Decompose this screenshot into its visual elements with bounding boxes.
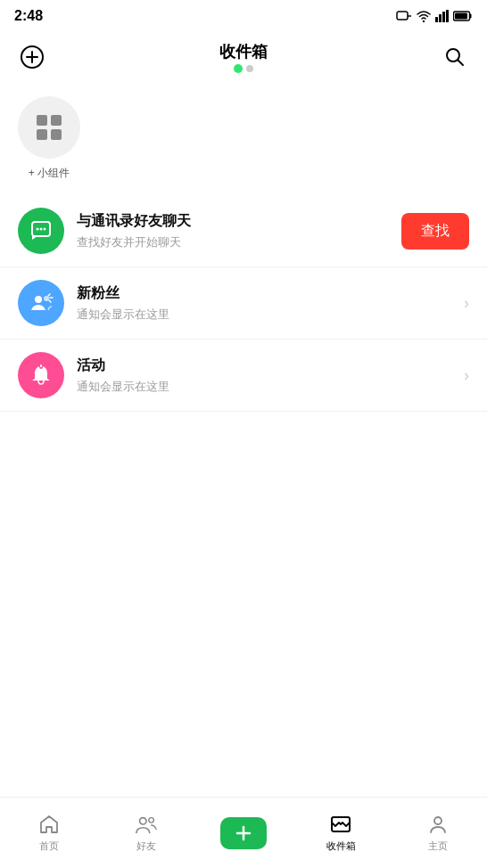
fans-icon [29,291,54,315]
svg-rect-8 [455,13,467,20]
svg-rect-14 [37,115,47,126]
fans-subtitle: 通知会显示在这里 [77,307,464,323]
fans-title: 新粉丝 [77,284,464,303]
inbox-label: 收件箱 [326,839,356,853]
list-section: 与通讯录好友聊天 查找好友并开始聊天 查找 新粉丝 通知会显示在这里 › [0,195,487,412]
contacts-title: 与通讯录好友聊天 [77,212,401,231]
bottom-nav: 首页 好友 收件箱 [0,797,487,868]
green-dot [234,64,243,73]
svg-point-20 [40,228,43,231]
contacts-text: 与通讯录好友聊天 查找好友并开始聊天 [77,212,401,250]
page-title: 收件箱 [219,41,268,62]
plus-icon [234,823,253,843]
top-nav: 收件箱 [0,32,487,82]
home-svg [38,814,60,835]
add-group-section: + 小组件 [0,82,487,195]
grid-icon [33,111,65,143]
svg-point-22 [35,296,42,303]
svg-rect-17 [51,129,62,140]
svg-point-21 [44,228,46,231]
svg-point-19 [37,228,39,231]
profile-svg [427,814,449,835]
nav-friends[interactable]: 好友 [97,813,194,853]
phone-chat-icon [29,218,54,243]
inbox-icon [329,813,352,836]
svg-rect-3 [435,17,438,22]
friends-label: 好友 [136,839,156,853]
vpn-icon [396,10,412,22]
nav-add[interactable] [194,817,292,849]
fans-icon-bg [18,280,64,326]
find-button[interactable]: 查找 [401,213,469,250]
svg-rect-15 [51,115,62,126]
home-label: 首页 [39,839,59,853]
add-button[interactable] [14,39,50,75]
svg-point-2 [423,20,425,22]
svg-line-13 [458,61,464,66]
battery-icon [453,11,473,21]
add-create-button[interactable] [220,817,267,849]
inbox-svg [330,814,351,835]
svg-point-29 [139,818,145,824]
friends-icon [135,813,158,836]
svg-rect-6 [446,10,449,22]
status-icons [396,10,473,22]
profile-label: 主页 [428,839,448,853]
status-time: 2:48 [14,8,43,24]
contacts-icon-bg [18,208,64,254]
activity-chevron: › [464,366,469,385]
list-item-contacts[interactable]: 与通讯录好友聊天 查找好友并开始聊天 查找 [0,195,487,267]
activity-icon-bg [18,352,64,398]
activity-text: 活动 通知会显示在这里 [77,356,464,395]
activity-subtitle: 通知会显示在这里 [77,379,464,395]
bell-icon [29,363,54,388]
svg-rect-28 [40,364,42,367]
status-bar: 2:48 [0,0,487,32]
nav-profile[interactable]: 主页 [390,813,487,853]
contacts-subtitle: 查找好友并开始聊天 [77,234,401,250]
online-status [234,64,253,73]
svg-point-30 [149,818,154,823]
search-button[interactable] [437,39,473,75]
svg-point-23 [44,296,49,301]
add-group-label: + 小组件 [18,166,80,181]
search-icon [444,46,466,68]
nav-home[interactable]: 首页 [0,813,97,853]
add-group-avatar[interactable] [18,96,80,159]
friends-svg [135,814,158,835]
list-item-fans[interactable]: 新粉丝 通知会显示在这里 › [0,267,487,340]
fans-text: 新粉丝 通知会显示在这里 [77,284,464,323]
home-icon [37,813,61,836]
svg-line-26 [49,300,51,302]
nav-inbox[interactable]: 收件箱 [293,813,390,853]
svg-rect-4 [439,14,442,22]
wifi-icon [416,10,432,22]
add-circle-icon [20,45,45,70]
activity-title: 活动 [77,356,464,375]
nav-title-wrap: 收件箱 [219,41,268,73]
signal-icon [435,10,450,22]
profile-icon [426,813,450,836]
svg-point-34 [434,817,442,824]
svg-rect-5 [442,12,445,22]
svg-rect-0 [397,12,408,20]
fans-chevron: › [464,294,469,313]
gray-dot [246,65,253,72]
list-item-activity[interactable]: 活动 通知会显示在这里 › [0,340,487,412]
svg-rect-16 [37,129,47,140]
svg-line-24 [48,294,50,296]
